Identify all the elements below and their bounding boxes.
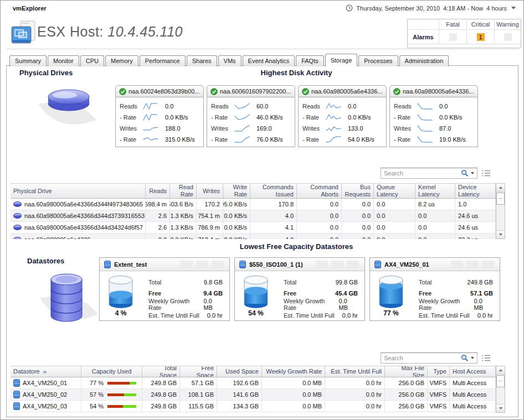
datastore-table-row[interactable]: AX4_VM250_02 57 % 249.8 GB 108.1 GB 141.… <box>11 389 496 401</box>
scrollbar-thumb[interactable] <box>496 193 505 205</box>
tab-monitor[interactable]: Monitor <box>48 55 79 66</box>
chevron-down-icon[interactable] <box>511 7 516 9</box>
disk-card-header[interactable]: naa.60a980005a6e4336... <box>389 85 478 97</box>
datastore-large-icon <box>26 267 104 333</box>
metric-value: 0.0 <box>348 103 356 110</box>
datastore-card-header[interactable]: Extent_test <box>100 258 229 271</box>
col-free-space[interactable]: Free Space <box>180 366 217 377</box>
tab-summary[interactable]: Summary <box>9 55 47 66</box>
scroll-up-icon[interactable] <box>496 184 505 192</box>
search-icon[interactable] <box>461 354 469 362</box>
sparkline <box>326 102 342 111</box>
critical-count-badge[interactable]: 1 <box>477 33 485 41</box>
tab-storage[interactable]: Storage <box>325 54 358 66</box>
col-queue-latency[interactable]: Queue Latency <box>374 184 415 198</box>
col-writes[interactable]: Writes <box>197 184 223 198</box>
col-max-file-size[interactable]: Max File Size <box>385 366 428 377</box>
status-ok-icon <box>302 88 309 95</box>
disk-card-header[interactable]: naa.60024e8063d39b00... <box>115 85 204 97</box>
lowest-free-capacity-title: Lowest Free Capacity Datastores <box>99 242 494 251</box>
scrollbar-thumb[interactable] <box>496 375 505 387</box>
tab-vms[interactable]: VMs <box>218 55 242 66</box>
status-ok-icon <box>210 88 218 95</box>
tab-cpu[interactable]: CPU <box>80 55 104 66</box>
datastore-table-header: Datastore Capacity Used Total Space Free… <box>11 366 496 377</box>
datastore-table-scrollbar[interactable] <box>496 366 505 413</box>
col-datastore[interactable]: Datastore <box>11 366 81 377</box>
metric-value: 315.0 KB/s <box>165 136 195 143</box>
search-options-caret[interactable] <box>471 357 474 359</box>
tab-administration[interactable]: Administration <box>399 55 449 66</box>
tab-memory[interactable]: Memory <box>105 55 138 66</box>
col-read-rate[interactable]: Read Rate <box>170 184 197 198</box>
tab-faqts[interactable]: FAQts <box>296 55 324 66</box>
time-range-selector[interactable]: Thursday, September 30, 2010 4:18 AM - N… <box>346 4 516 12</box>
scroll-up-icon[interactable] <box>496 366 505 375</box>
highest-disk-activity-title: Highest Disk Activity <box>213 69 379 77</box>
datastore-card-header[interactable]: AX4_VM250_01 <box>370 258 500 271</box>
tab-shares[interactable]: Shares <box>187 55 217 66</box>
col-commands-issued[interactable]: Commands Issued <box>250 184 297 198</box>
alarms-panel: Fatal Critical Warning Alarms 1 <box>407 19 521 48</box>
tab-processes[interactable]: Processes <box>358 55 398 66</box>
total-label: Total <box>148 279 161 286</box>
metric-label: Reads <box>302 103 326 110</box>
col-physical-drive[interactable]: Physical Drive <box>11 184 146 198</box>
cell-reads: 2.6 <box>146 210 170 221</box>
warning-count-badge[interactable] <box>504 33 512 41</box>
col-weekly-growth[interactable]: Weekly Growth Rate <box>262 366 325 377</box>
cell-host-access: Multi Access <box>450 389 496 400</box>
cell-device-latency: 24.6 us <box>455 210 496 221</box>
table-customizer-icon[interactable] <box>481 354 491 362</box>
datastore-table-row[interactable]: AX4_VM250_01 77 % 249.8 GB 57.1 GB 192.6… <box>11 377 496 389</box>
search-input[interactable] <box>381 169 461 178</box>
disk-card-header[interactable]: naa.60a980005a6e4336... <box>298 85 387 97</box>
col-type[interactable]: Type <box>428 366 450 377</box>
fatal-count-badge[interactable] <box>449 33 457 41</box>
sparkline <box>417 102 434 111</box>
metric-label: Reads <box>120 103 143 110</box>
col-command-aborts[interactable]: Command Aborts <box>297 184 342 198</box>
cell-commands-issued: 4.0 <box>250 210 297 221</box>
col-host-access[interactable]: Host Access <box>450 366 496 377</box>
col-kernel-latency[interactable]: Kernel Latency <box>415 184 455 198</box>
search-input[interactable] <box>381 354 461 362</box>
sparkline <box>143 135 160 144</box>
search-icon[interactable] <box>461 169 469 177</box>
cell-queue-latency: 0.0 <box>374 210 415 221</box>
disk-card-header[interactable]: naa.6006016097902200... <box>207 85 295 97</box>
drive-table-row[interactable]: naa.60a980005a6e43366d344f4973483065 598… <box>11 199 496 210</box>
datastore-card-header[interactable]: $550_ISO100_1 (1) <box>235 258 364 271</box>
metric-value: 54.0 KB/s <box>348 136 374 143</box>
cell-read-rate: 503.6 B/s <box>170 199 197 210</box>
col-capacity-used[interactable]: Capacity Used <box>81 366 142 377</box>
drive-table-scrollbar[interactable] <box>496 183 505 239</box>
drive-table-row[interactable]: naa.60a980005a6e43366d344d3739316553 2.6… <box>11 210 496 222</box>
col-device-latency[interactable]: Device Latency <box>455 184 496 198</box>
col-reads[interactable]: Reads <box>146 184 170 198</box>
cell-write-rate: 0.0 KB/s <box>223 222 250 233</box>
disk-activity-cards: naa.60024e8063d39b00... Reads0.0 - Rate0… <box>115 85 478 147</box>
col-est-time-full[interactable]: Est. Time Until Full <box>325 366 385 377</box>
cell-device-latency: 23.3 us <box>455 234 496 239</box>
table-customizer-icon[interactable] <box>481 169 491 177</box>
metric-value: 0.0 <box>165 103 173 110</box>
disk-card-body: Reads0.0 - Rate0.0 KB/s Writes133.0 - Ra… <box>298 97 387 147</box>
cell-queue-latency: 0.0 <box>374 234 415 239</box>
scroll-down-icon[interactable] <box>496 404 505 412</box>
tab-performance[interactable]: Performance <box>140 55 186 66</box>
tab-event-analytics[interactable]: Event Analytics <box>243 55 295 66</box>
col-total-space[interactable]: Total Space <box>142 366 180 377</box>
drive-table-search <box>381 168 477 179</box>
alarms-col-critical: Critical <box>466 19 494 30</box>
col-used-space[interactable]: Used Space <box>217 366 262 377</box>
col-bus-requests[interactable]: Bus Requests <box>342 184 374 198</box>
col-write-rate[interactable]: Write Rate <box>223 184 250 198</box>
cell-write-rate: 0.0 KB/s <box>223 234 250 239</box>
search-options-caret[interactable] <box>471 172 474 174</box>
scroll-down-icon[interactable] <box>496 230 505 238</box>
datastore-table-row[interactable]: AX4_VM250_03 54 % 249.8 GB 115.5 GB 134.… <box>11 401 496 412</box>
drive-table-row[interactable]: naa.60a980005a6e43366d344d34324d6f57 2.6… <box>11 222 496 234</box>
drive-table-row-clipped[interactable]: naa.60a980005a6e4336 0.0 0.0 KB/s 712.4 … <box>11 234 496 239</box>
capacity-bar <box>107 405 136 408</box>
